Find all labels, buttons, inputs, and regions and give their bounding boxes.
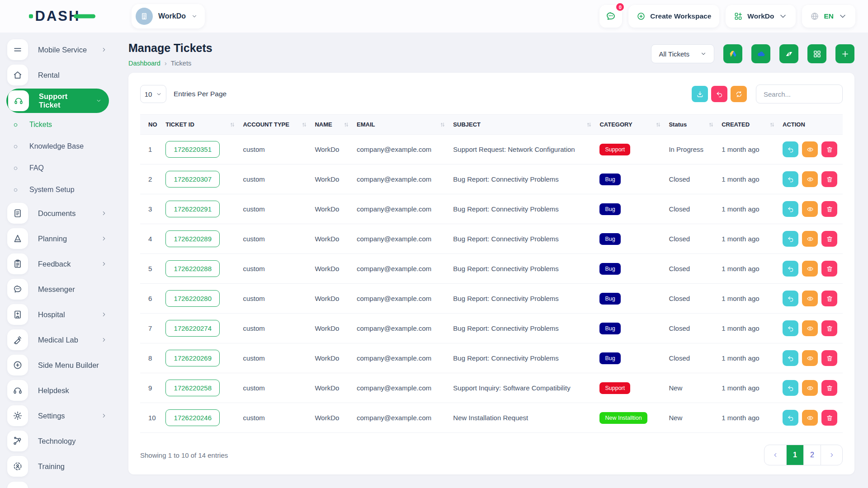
ticket-id-button[interactable]: 1726220258	[165, 380, 220, 396]
sidebar-item-settings[interactable]: Settings	[0, 403, 115, 428]
column-header-account-type[interactable]: ACCOUNT TYPE	[239, 115, 311, 135]
view-button[interactable]	[802, 231, 818, 247]
pagination-prev[interactable]	[764, 445, 786, 465]
pagination-next[interactable]	[821, 445, 842, 465]
column-header-ticket-id[interactable]: TICKET ID	[162, 115, 239, 135]
pagination-page-1[interactable]: 1	[786, 445, 803, 465]
sidebar-item-documents[interactable]: Documents	[0, 201, 115, 226]
sidebar-item-messenger[interactable]: Messenger	[0, 277, 115, 302]
sidebar-item-support-ticket[interactable]: Support Ticket	[6, 89, 109, 113]
search-input[interactable]	[756, 84, 843, 103]
sidebar-item-mobile-service[interactable]: Mobile Service	[0, 37, 115, 62]
chevron-right-icon	[101, 413, 107, 419]
reset-button[interactable]	[711, 86, 727, 102]
entries-per-page-label: Entries Per Page	[174, 90, 226, 98]
sidebar-subitem-faq[interactable]: FAQ	[0, 157, 115, 179]
ticket-id-button[interactable]: 1726220351	[165, 141, 220, 158]
column-header-subject[interactable]: SUBJECT	[449, 115, 596, 135]
reply-button[interactable]	[783, 350, 798, 366]
chat-button[interactable]: 0	[599, 5, 622, 28]
ticket-id-button[interactable]: 1726220274	[165, 320, 220, 337]
workspace-selector[interactable]: WorkDo	[132, 4, 205, 28]
chevron-down-icon	[191, 13, 198, 19]
plus-button[interactable]	[835, 44, 854, 63]
cell-status: New	[665, 403, 718, 433]
view-button[interactable]	[802, 380, 818, 396]
delete-button[interactable]	[821, 291, 837, 306]
sidebar-item-helpdesk[interactable]: Helpdesk	[0, 378, 115, 403]
reply-button[interactable]	[783, 291, 798, 306]
reply-button[interactable]	[783, 320, 798, 336]
entries-per-page-select[interactable]: 10	[140, 85, 166, 103]
language-selector[interactable]: EN	[802, 5, 855, 28]
trash-icon	[826, 265, 833, 272]
view-button[interactable]	[802, 350, 818, 366]
workspace-menu-button[interactable]: WorkDo	[726, 5, 796, 28]
sidebar-subitem-knowledge-base[interactable]: Knowledge Base	[0, 136, 115, 157]
eye-icon	[807, 146, 814, 153]
delete-button[interactable]	[821, 320, 837, 336]
sidebar-subitem-tickets[interactable]: Tickets	[0, 114, 115, 136]
brand-logo[interactable]: DASH	[35, 8, 80, 24]
export-button[interactable]	[692, 86, 708, 102]
create-workspace-button[interactable]: Create Workspace	[628, 5, 719, 28]
ticket-id-button[interactable]: 1726220280	[165, 290, 220, 307]
sidebar-item-technology[interactable]: Technology	[0, 428, 115, 454]
home-icon	[7, 65, 28, 85]
delete-button[interactable]	[821, 171, 837, 187]
reply-button[interactable]	[783, 141, 798, 157]
reply-button[interactable]	[783, 261, 798, 277]
ticket-id-button[interactable]: 1726220246	[165, 409, 220, 426]
grid-button[interactable]	[807, 44, 826, 63]
view-button[interactable]	[802, 141, 818, 157]
zendesk-icon	[784, 49, 794, 59]
view-button[interactable]	[802, 171, 818, 187]
sidebar-item-hospital[interactable]: Hospital	[0, 302, 115, 327]
google-drive-button[interactable]	[723, 44, 742, 63]
view-button[interactable]	[802, 410, 818, 426]
zendesk-button[interactable]	[779, 44, 798, 63]
view-button[interactable]	[802, 261, 818, 277]
sidebar-subitem-system-setup[interactable]: System Setup	[0, 179, 115, 201]
view-button[interactable]	[802, 291, 818, 306]
onedrive-button[interactable]	[751, 44, 770, 63]
column-header-created[interactable]: CREATED	[718, 115, 779, 135]
reply-button[interactable]	[783, 171, 798, 187]
delete-button[interactable]	[821, 410, 837, 426]
ticket-id-button[interactable]: 1726220269	[165, 350, 220, 366]
cell-name: WorkDo	[311, 135, 353, 164]
ticket-id-button[interactable]: 1726220291	[165, 201, 220, 217]
sidebar-item-planning[interactable]: Planning	[0, 226, 115, 251]
cell-email: company@example.com	[353, 314, 449, 343]
sidebar-item-medical-lab[interactable]: Medical Lab	[0, 327, 115, 352]
page-title: Manage Tickets	[128, 42, 212, 55]
reply-button[interactable]	[783, 380, 798, 396]
delete-button[interactable]	[821, 231, 837, 247]
column-header-email[interactable]: EMAIL	[353, 115, 449, 135]
sidebar-item-rental[interactable]: Rental	[0, 62, 115, 88]
ticket-id-button[interactable]: 1726220288	[165, 260, 220, 277]
delete-button[interactable]	[821, 141, 837, 157]
ticket-id-button[interactable]: 1726220289	[165, 230, 220, 247]
delete-button[interactable]	[821, 350, 837, 366]
view-button[interactable]	[802, 320, 818, 336]
ticket-id-button[interactable]: 1726220307	[165, 171, 220, 188]
delete-button[interactable]	[821, 261, 837, 277]
sidebar-item-feedback[interactable]: Feedback	[0, 251, 115, 277]
view-button[interactable]	[802, 201, 818, 217]
breadcrumb-dashboard[interactable]: Dashboard	[128, 60, 160, 67]
reply-button[interactable]	[783, 410, 798, 426]
delete-button[interactable]	[821, 380, 837, 396]
sidebar-item-training[interactable]: Training	[0, 454, 115, 479]
column-header-name[interactable]: NAME	[311, 115, 353, 135]
column-header-status[interactable]: Status	[665, 115, 718, 135]
reply-button[interactable]	[783, 201, 798, 217]
refresh-button[interactable]	[731, 86, 747, 102]
cell-account-type: custom	[239, 164, 311, 194]
delete-button[interactable]	[821, 201, 837, 217]
pagination-page-2[interactable]: 2	[803, 445, 821, 465]
column-header-category[interactable]: CATEGORY	[596, 115, 665, 135]
sidebar-item-side-menu-builder[interactable]: Side Menu Builder	[0, 352, 115, 378]
ticket-filter-select[interactable]: All Tickets	[651, 44, 714, 63]
reply-button[interactable]	[783, 231, 798, 247]
